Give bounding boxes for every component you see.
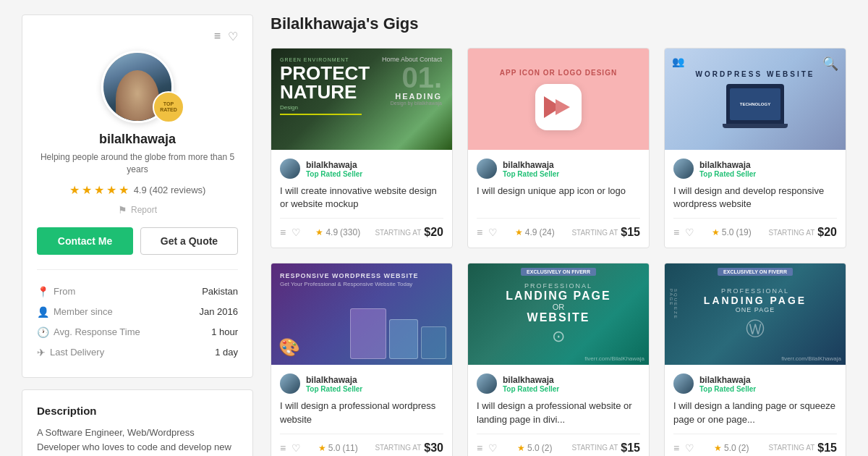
thumb-5-l2: LANDING PAGE: [506, 290, 610, 303]
list-icon-1[interactable]: ≡: [280, 227, 286, 238]
description-title: Description: [37, 405, 238, 417]
gig-card-6[interactable]: EXCLUSIVELY ON FIVERR SQUEEZE PAGE PROFE…: [664, 263, 846, 456]
svg-marker-1: [556, 99, 570, 115]
starting-at-label-4: STARTING AT: [375, 444, 421, 452]
seller-row-4: bilalkhawaja Top Rated Seller: [280, 373, 443, 394]
starting-at-label-5: STARTING AT: [571, 444, 618, 452]
list-icon-4[interactable]: ≡: [280, 442, 286, 454]
gig-price-2: $15: [621, 226, 640, 239]
thumb-4-sub: Get Your Professional & Responsive Websi…: [280, 281, 412, 287]
thumb-4-screens: [350, 308, 446, 359]
gig-rating-6: ★ 5.0 (2): [714, 443, 749, 453]
gig-card-1[interactable]: Green Environment PROTECT NATURE Design …: [271, 48, 453, 248]
gig-price-area-1: STARTING AT $20: [375, 226, 443, 239]
gig-price-area-4: STARTING AT $30: [375, 442, 443, 455]
gig-thumb-2: App Icon or Logo Design: [468, 48, 649, 150]
seller-name-3: bilalkhawaja: [699, 160, 756, 170]
list-icon-5[interactable]: ≡: [477, 442, 482, 454]
heart-icon-1[interactable]: ♡: [292, 227, 301, 238]
seller-badge-6: Top Rated Seller: [699, 385, 756, 393]
heart-icon-2[interactable]: ♡: [488, 227, 498, 238]
gig-rating-value-6: 5.0: [724, 443, 736, 453]
list-icon-3[interactable]: ≡: [673, 227, 679, 238]
gig-rating-1: ★ 4.9 (330): [315, 227, 360, 237]
list-icon-6[interactable]: ≡: [673, 442, 679, 454]
thumb-6-credit: fiverr.com/BilalKhawaja: [781, 355, 841, 362]
description-card: Description A Software Engineer, Web/Wor…: [22, 389, 253, 456]
location-icon: 📍: [37, 286, 49, 297]
gig-price-1: $20: [424, 226, 443, 239]
stat-last-delivery: ✈ Last Delivery 1 day: [37, 342, 238, 363]
gig-card-4[interactable]: Responsive WordPress Website Get Your Pr…: [271, 263, 453, 456]
heart-icon-6[interactable]: ♡: [685, 442, 694, 454]
gig-card-5[interactable]: EXCLUSIVELY ON FIVERR PROFESSIONAL LANDI…: [467, 263, 650, 456]
gig-card-3[interactable]: WORDPRESS WEBSITE TECHNOLOGY 🔍 👥: [664, 48, 846, 248]
gig-star-5: ★: [517, 443, 525, 453]
seller-avatar-3: [673, 159, 694, 179]
screen-mid: [389, 319, 418, 359]
thumb-6-l2: LANDING PAGE: [704, 295, 807, 306]
heart-icon-3[interactable]: ♡: [685, 227, 694, 238]
gig-title-2: I will design unique app icon or logo: [477, 185, 640, 211]
thumb-6-l1: PROFESSIONAL: [704, 287, 807, 295]
thumb-5-text: PROFESSIONAL LANDING PAGE OR WEBSITE ⊙: [506, 282, 610, 346]
seller-avatar-6: [673, 373, 694, 394]
gig-price-area-6: STARTING AT $15: [768, 442, 837, 455]
gig-price-area-3: STARTING AT $20: [768, 226, 837, 239]
gig-actions-2: ≡ ♡: [477, 227, 498, 238]
contact-button[interactable]: Contact Me: [37, 227, 133, 255]
seller-info-1: bilalkhawaja Top Rated Seller: [306, 160, 362, 178]
gig-star-3: ★: [712, 227, 720, 237]
heart-icon-4[interactable]: ♡: [292, 442, 301, 454]
thumb-5-l1: PROFESSIONAL: [506, 282, 610, 290]
menu-icon[interactable]: ≡: [214, 30, 221, 43]
gig-thumb-5: EXCLUSIVELY ON FIVERR PROFESSIONAL LANDI…: [468, 263, 649, 365]
gig-rating-3: ★ 5.0 (19): [712, 227, 752, 237]
sidebar: ≡ ♡ TOP RATED bilalkhawaja Helping peopl…: [22, 14, 253, 456]
gig-actions-4: ≡ ♡: [280, 442, 301, 454]
seller-info-6: bilalkhawaja Top Rated Seller: [699, 375, 756, 393]
thumb-2-arrows-svg: [544, 96, 573, 118]
favorite-icon[interactable]: ♡: [228, 30, 238, 43]
flag-icon: ⚑: [118, 204, 127, 216]
gig-card-2[interactable]: App Icon or Logo Design bilalkhawaja To: [467, 48, 650, 248]
thumb-3-laptop: TECHNOLOGY: [723, 84, 788, 128]
seller-name-2: bilalkhawaja: [503, 160, 559, 170]
list-icon-2[interactable]: ≡: [477, 227, 482, 238]
starting-at-label-6: STARTING AT: [768, 444, 814, 452]
heart-icon-5[interactable]: ♡: [488, 442, 498, 454]
seller-row-6: bilalkhawaja Top Rated Seller: [673, 373, 837, 394]
gig-info-1: bilalkhawaja Top Rated Seller I will cre…: [271, 150, 452, 248]
report-link[interactable]: ⚑ Report: [37, 204, 238, 216]
seller-badge-1: Top Rated Seller: [306, 170, 362, 178]
thumb-6-side: SQUEEZE PAGE: [669, 289, 678, 339]
gig-footer-3: ≡ ♡ ★ 5.0 (19) STARTING AT $20: [673, 218, 837, 239]
stat-member-label: Member since: [54, 306, 113, 317]
gig-title-6: I will design a landing page or squeeze …: [673, 400, 837, 426]
gig-price-area-5: STARTING AT $15: [571, 442, 640, 455]
stat-from-label: From: [54, 286, 75, 297]
gig-price-3: $20: [817, 226, 837, 239]
main-content: Bilalkhawaja's Gigs Green Environment PR…: [271, 14, 846, 456]
seller-row-5: bilalkhawaja Top Rated Seller: [477, 373, 640, 394]
profile-card-top-actions: ≡ ♡: [37, 30, 238, 43]
user-icon: 👤: [37, 306, 49, 318]
gig-info-5: bilalkhawaja Top Rated Seller I will des…: [468, 365, 649, 456]
star-5: ★: [119, 183, 129, 197]
gig-review-count-5: (2): [542, 443, 553, 453]
get-quote-button[interactable]: Get a Quote: [140, 227, 238, 255]
stat-from-value: Pakistan: [202, 286, 238, 297]
gig-footer-4: ≡ ♡ ★ 5.0 (11) STARTING AT $30: [280, 434, 443, 455]
page-container: ≡ ♡ TOP RATED bilalkhawaja Helping peopl…: [0, 0, 868, 456]
rating-number: 4.9: [134, 185, 147, 195]
gig-actions-1: ≡ ♡: [280, 227, 301, 238]
gig-star-2: ★: [515, 227, 523, 237]
top-rated-badge: TOP RATED: [153, 91, 184, 123]
gig-info-4: bilalkhawaja Top Rated Seller I will des…: [271, 365, 452, 456]
gig-rating-value-1: 4.9: [326, 227, 338, 237]
gig-review-count-2: (24): [539, 227, 554, 237]
stat-response-label: Avg. Response Time: [54, 326, 140, 337]
rating-value: 4.9 (402 reviews): [134, 185, 206, 195]
thumb-3-title: WORDPRESS WEBSITE: [696, 70, 815, 78]
avatar-wrapper: TOP RATED: [37, 51, 238, 123]
